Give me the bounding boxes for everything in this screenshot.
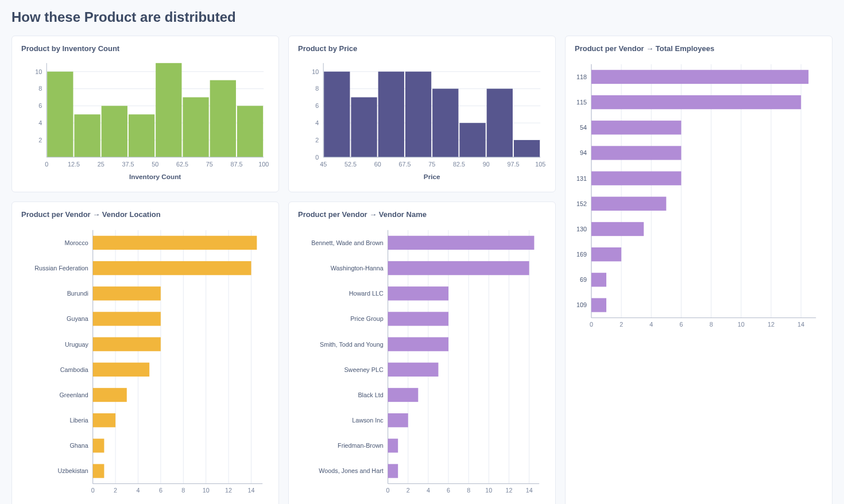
svg-text:Burundi: Burundi <box>67 290 88 297</box>
svg-text:60: 60 <box>374 161 381 168</box>
svg-text:12: 12 <box>225 487 232 494</box>
svg-text:52.5: 52.5 <box>344 161 357 168</box>
svg-text:12: 12 <box>768 321 775 328</box>
svg-text:14: 14 <box>526 487 533 494</box>
svg-text:37.5: 37.5 <box>122 161 134 168</box>
svg-rect-136 <box>93 464 104 478</box>
svg-text:87.5: 87.5 <box>230 161 242 168</box>
svg-rect-164 <box>388 337 448 351</box>
svg-rect-84 <box>591 121 681 134</box>
svg-text:97.5: 97.5 <box>507 161 519 168</box>
svg-rect-46 <box>432 89 458 157</box>
svg-text:4: 4 <box>136 487 140 494</box>
svg-text:Uzbekistan: Uzbekistan <box>57 467 88 474</box>
svg-text:100: 100 <box>258 161 269 168</box>
svg-rect-134 <box>93 439 104 452</box>
svg-text:Black Ltd: Black Ltd <box>358 391 383 398</box>
svg-text:Inventory Count: Inventory Count <box>129 173 181 180</box>
svg-rect-12 <box>102 106 127 157</box>
chart-vendor-name: 02468101214Bennett, Wade and BrownWashin… <box>298 224 546 501</box>
svg-text:169: 169 <box>576 251 587 258</box>
svg-rect-88 <box>591 171 681 185</box>
chart-title-vendor-location: Product per Vendor → Vendor Location <box>21 210 269 219</box>
svg-text:75: 75 <box>428 161 435 168</box>
chart-card-inventory: Product by Inventory Count 246810012.525… <box>11 36 279 192</box>
chart-title-total-employees: Product per Vendor → Total Employees <box>575 44 823 53</box>
svg-text:Price: Price <box>424 173 440 180</box>
svg-rect-128 <box>93 363 150 377</box>
chart-title-vendor-name: Product per Vendor → Vendor Name <box>298 210 546 219</box>
svg-rect-168 <box>388 388 419 402</box>
svg-text:54: 54 <box>580 124 587 131</box>
svg-text:10: 10 <box>203 487 210 494</box>
svg-text:2: 2 <box>620 321 623 328</box>
svg-text:Morocco: Morocco <box>64 239 88 246</box>
svg-text:Price Group: Price Group <box>350 315 384 322</box>
svg-rect-17 <box>237 106 263 157</box>
svg-text:0: 0 <box>386 487 390 494</box>
svg-text:Greenland: Greenland <box>59 391 88 398</box>
svg-text:118: 118 <box>576 73 587 80</box>
svg-text:Uruguay: Uruguay <box>65 341 88 348</box>
chart-card-price: Product by Price 02468104552.56067.57582… <box>288 36 556 192</box>
svg-rect-49 <box>514 140 540 157</box>
svg-text:109: 109 <box>576 301 587 308</box>
svg-text:Lawson Inc: Lawson Inc <box>352 417 384 424</box>
chart-card-vendor-name: Product per Vendor → Vendor Name 0246810… <box>288 201 556 504</box>
svg-rect-13 <box>129 114 154 157</box>
svg-rect-96 <box>591 273 606 286</box>
svg-rect-94 <box>591 247 621 261</box>
chart-card-total-employees: Product per Vendor → Total Employees 024… <box>565 36 833 504</box>
svg-text:Cambodia: Cambodia <box>60 366 88 373</box>
svg-rect-45 <box>405 72 431 157</box>
svg-text:50: 50 <box>152 161 158 168</box>
svg-text:67.5: 67.5 <box>398 161 411 168</box>
svg-rect-86 <box>591 146 681 160</box>
svg-text:8: 8 <box>315 85 319 92</box>
svg-text:Liberia: Liberia <box>69 417 88 424</box>
svg-text:Smith, Todd and Young: Smith, Todd and Young <box>320 341 384 348</box>
svg-rect-14 <box>156 63 181 157</box>
chart-title-price: Product by Price <box>298 44 546 53</box>
svg-text:10: 10 <box>312 68 319 75</box>
svg-rect-132 <box>93 413 115 427</box>
svg-text:12: 12 <box>505 487 512 494</box>
svg-text:0: 0 <box>91 487 95 494</box>
chart-title-inventory: Product by Inventory Count <box>21 44 269 53</box>
svg-rect-16 <box>210 80 236 157</box>
svg-rect-48 <box>487 89 513 157</box>
svg-rect-124 <box>93 312 161 325</box>
svg-rect-172 <box>388 439 398 452</box>
svg-rect-158 <box>388 261 529 275</box>
svg-text:6: 6 <box>447 487 450 494</box>
svg-text:12.5: 12.5 <box>68 161 80 168</box>
svg-text:4: 4 <box>427 487 430 494</box>
svg-text:6: 6 <box>159 487 162 494</box>
svg-text:131: 131 <box>576 175 587 182</box>
svg-text:75: 75 <box>206 161 213 168</box>
svg-text:90: 90 <box>483 161 490 168</box>
svg-rect-122 <box>93 286 161 300</box>
svg-text:69: 69 <box>580 276 587 283</box>
chart-vendor-location: 02468101214MoroccoRussian FederationBuru… <box>21 224 269 501</box>
svg-text:10: 10 <box>485 487 492 494</box>
page-title: How these Product are distributed <box>11 9 833 25</box>
svg-rect-130 <box>93 388 127 402</box>
svg-rect-156 <box>388 236 535 250</box>
svg-rect-82 <box>591 95 801 109</box>
svg-text:8: 8 <box>38 85 42 92</box>
svg-text:45: 45 <box>320 161 327 168</box>
svg-text:Sweeney PLC: Sweeney PLC <box>344 366 384 373</box>
svg-text:Friedman-Brown: Friedman-Brown <box>338 442 384 449</box>
svg-rect-90 <box>591 197 666 211</box>
svg-text:Woods, Jones and Hart: Woods, Jones and Hart <box>319 467 383 474</box>
svg-text:82.5: 82.5 <box>453 161 465 168</box>
svg-text:14: 14 <box>797 321 804 328</box>
svg-rect-11 <box>74 114 100 157</box>
svg-rect-174 <box>388 464 398 478</box>
svg-rect-42 <box>324 72 350 157</box>
svg-text:Howard LLC: Howard LLC <box>349 290 384 297</box>
svg-text:94: 94 <box>580 149 587 156</box>
svg-text:2: 2 <box>114 487 117 494</box>
svg-text:6: 6 <box>38 102 42 109</box>
